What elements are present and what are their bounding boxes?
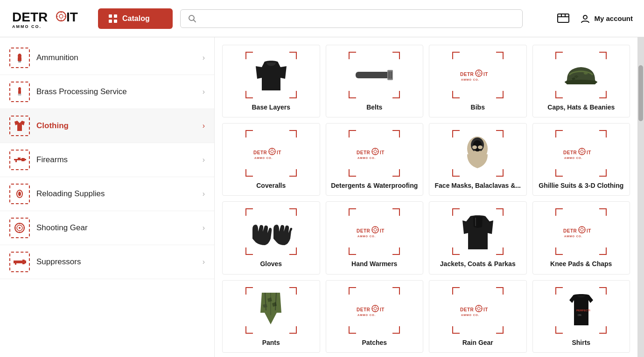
my-account-button[interactable]: My account [580,14,633,24]
search-input[interactable] [201,14,515,23]
grid-item-shirts[interactable]: PERFECTI ON Shirts [532,280,630,353]
sidebar-item-shooting-gear[interactable]: Shooting Gear › [0,211,214,245]
chevron-icon-firearms: › [203,156,205,164]
svg-point-28 [18,192,21,196]
svg-point-42 [477,72,480,75]
grid-item-caps[interactable]: Caps, Hats & Beanies [532,45,630,117]
coveralls-label: Coveralls [256,181,286,190]
coveralls-image: DETR IT AMMO CO. [245,130,297,177]
svg-text:AMMO CO.: AMMO CO. [461,314,479,316]
grid-item-base-layers[interactable]: Base Layers [222,45,320,117]
sidebar-item-clothing[interactable]: Clothing › [0,109,214,143]
grid-item-hand-warmers[interactable]: DETR IT AMMO CO. Hand Warmers [326,201,424,274]
sidebar-item-firearms[interactable]: Firearms › [0,143,214,177]
svg-rect-12 [114,20,117,23]
svg-text:PERFECTI: PERFECTI [576,309,590,312]
knee-pads-image: DETR IT AMMO CO. [555,208,607,255]
sidebar-label-brass: Brass Processing Service [36,87,196,96]
grid-item-knee-pads[interactable]: DETR IT AMMO CO. Knee Pads & Chaps [532,201,630,274]
chevron-icon-shooting: › [203,224,205,232]
cart-icon [556,10,571,25]
svg-text:IT: IT [277,150,281,155]
grid-item-rain-gear[interactable]: DETR IT AMMO CO. Rain Gear [429,280,527,353]
svg-rect-11 [109,20,112,23]
svg-text:IT: IT [380,150,385,155]
sidebar-label-clothing: Clothing [36,121,196,130]
cart-button[interactable] [556,10,571,27]
grid-item-bibs[interactable]: DETR IT AMMO CO. Bibs [429,45,527,117]
svg-text:AMMO CO.: AMMO CO. [564,235,582,238]
catalog-button[interactable]: Catalog [98,8,173,29]
shirts-image: PERFECTI ON [555,287,607,334]
header-right: My account [530,10,633,27]
svg-point-75 [579,148,585,155]
svg-text:IT: IT [380,228,385,233]
scrollbar-thumb[interactable] [638,65,643,121]
svg-rect-21 [18,57,21,61]
sidebar-item-reloading[interactable]: Reloading Supplies › [0,177,214,211]
sidebar-item-brass-processing[interactable]: Brass Processing Service › [0,75,214,109]
svg-point-76 [581,150,583,153]
logo-svg: DETR IT AMMO CO. [11,7,91,31]
svg-point-52 [271,150,273,153]
svg-point-93 [579,227,585,233]
svg-text:IT: IT [587,150,591,155]
suppressors-icon-box [9,252,30,272]
svg-rect-9 [109,14,112,18]
sidebar-item-ammunition[interactable]: Ammunition › [0,41,214,75]
svg-point-84 [372,227,378,233]
svg-rect-24 [18,90,21,94]
grid-item-face-masks[interactable]: Face Masks, Balaclavas &... [429,123,527,196]
shirts-label: Shirts [572,338,590,347]
svg-text:DETR: DETR [563,150,577,155]
grid-item-jackets[interactable]: Jackets, Coats & Parkas [429,201,527,274]
clothing-icon-box [9,116,30,136]
belts-label: Belts [366,103,382,111]
grid-item-pants[interactable]: Pants [222,280,320,353]
sidebar-item-suppressors[interactable]: Suppressors › [0,245,214,279]
svg-rect-36 [356,72,391,78]
svg-point-41 [476,70,482,76]
sidebar: Ammunition › Brass Processing Service › [0,37,215,357]
category-grid: Base Layers Belts [222,45,630,353]
grid-item-detergents[interactable]: DETR IT AMMO CO. Detergents & Waterproof… [326,123,424,196]
bibs-image: DETR IT AMMO CO. [452,52,504,98]
dropdown-panel: Ammunition › Brass Processing Service › [0,37,644,357]
svg-point-19 [583,15,587,19]
search-bar[interactable] [180,9,523,28]
detergents-image: DETR IT AMMO CO. [349,130,400,177]
logo[interactable]: DETR IT AMMO CO. [11,7,91,31]
reloading-icon [14,189,25,199]
svg-text:AMMO CO.: AMMO CO. [461,78,479,81]
grid-item-belts[interactable]: Belts [326,45,424,117]
svg-text:DETR: DETR [357,228,371,233]
grid-item-coveralls[interactable]: DETR IT AMMO CO. Coveralls [222,123,320,196]
grid-item-ghillie[interactable]: DETR IT AMMO CO. Ghillie Suits & 3-D Clo… [532,123,630,196]
ghillie-image: DETR IT AMMO CO. [555,130,607,177]
belts-image [349,52,400,98]
patches-label: Patches [362,338,387,347]
pants-label: Pants [262,338,280,347]
svg-text:AMMO CO.: AMMO CO. [254,157,273,159]
firearms-icon-box [9,150,30,170]
svg-point-103 [374,307,377,310]
chevron-icon-ammunition: › [203,54,205,62]
svg-point-51 [269,148,275,155]
svg-text:AMMO CO.: AMMO CO. [357,157,376,159]
svg-text:DETR: DETR [357,307,371,312]
svg-line-14 [194,20,196,22]
svg-text:IT: IT [483,72,488,77]
account-icon [580,14,590,24]
search-icon [188,14,196,23]
svg-point-73 [478,145,483,149]
svg-point-94 [581,228,583,231]
jackets-image [452,208,504,255]
grid-item-gloves[interactable]: Gloves [222,201,320,274]
scrollbar[interactable] [637,37,644,357]
chevron-icon-clothing: › [203,122,205,130]
grid-item-patches[interactable]: DETR IT AMMO CO. Patches [326,280,424,353]
svg-point-111 [476,305,482,312]
svg-point-85 [374,228,377,231]
svg-text:DETR: DETR [460,307,474,312]
content-area: Base Layers Belts [215,37,637,357]
